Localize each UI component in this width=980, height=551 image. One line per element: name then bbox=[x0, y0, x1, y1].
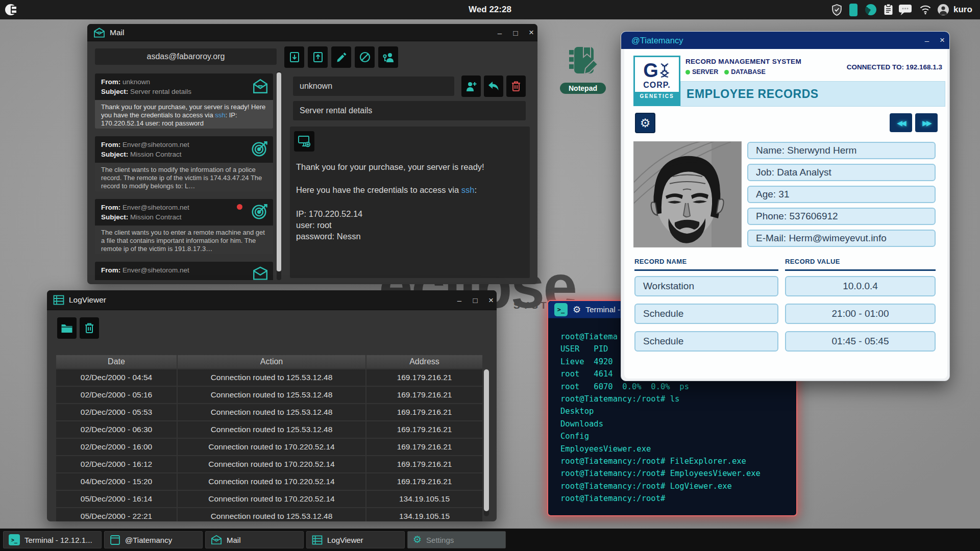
gcorp-letter: G bbox=[643, 61, 658, 80]
logviewer-window-title: LogViewer bbox=[69, 295, 106, 305]
mail-minimize-button[interactable]: – bbox=[492, 24, 507, 41]
records-window: @Tiatemancy – × G CORP. GENETICS RECORD … bbox=[621, 31, 950, 381]
mail-contacts-button[interactable] bbox=[378, 46, 398, 68]
records-minimize-button[interactable]: – bbox=[919, 32, 935, 49]
terminal-icon: >_ bbox=[554, 303, 568, 316]
mail-address-value: asdas@fabaroroy.org bbox=[147, 52, 225, 61]
reader-reply-button[interactable] bbox=[484, 76, 503, 97]
preview-text: Thank you for your purchase, your server… bbox=[101, 103, 265, 119]
taskbar-item-logviewer[interactable]: LogViewer bbox=[306, 531, 405, 548]
mail-maximize-button[interactable]: □ bbox=[508, 24, 523, 41]
record-value-header: RECORD VALUE bbox=[785, 258, 840, 265]
log-table: 02/Dec/2000 - 04:54 Connection routed to… bbox=[47, 290, 497, 521]
clock: Wed 22:28 bbox=[457, 5, 523, 15]
record-name-cell[interactable]: Schedule bbox=[634, 304, 778, 324]
from-value: unknown bbox=[122, 78, 150, 86]
terminal-window-title: Terminal - bbox=[585, 305, 620, 314]
database-status-label: DATABASE bbox=[731, 68, 766, 76]
mail-list-item[interactable]: From: Enver@sihetorom.net Subject: Missi… bbox=[95, 199, 273, 254]
field-phone[interactable]: Phone: 537606912 bbox=[747, 208, 936, 225]
record-value-cell[interactable]: 21:00 - 01:00 bbox=[785, 304, 936, 324]
os-logo-icon[interactable] bbox=[5, 3, 19, 17]
user-avatar[interactable] bbox=[938, 4, 949, 15]
field-email[interactable]: E-Mail: Herm@wimeyevut.info bbox=[747, 230, 936, 247]
trash-icon bbox=[511, 81, 521, 92]
taskbar-item-tiatemancy[interactable]: @Tiatemancy bbox=[104, 531, 203, 548]
mail-titlebar[interactable]: Mail bbox=[87, 24, 537, 41]
section-title: EMPLOYEE RECORDS bbox=[687, 87, 819, 101]
logviewer-titlebar[interactable]: LogViewer bbox=[47, 290, 497, 310]
logviewer-minimize-button[interactable]: – bbox=[452, 290, 467, 310]
mail-list-item[interactable]: From: Enver@sihetorom.net Subject: Missi… bbox=[95, 136, 273, 191]
mail-message-list: From: unknown Subject: Server rental det… bbox=[95, 71, 273, 280]
mail-block-button[interactable] bbox=[355, 46, 375, 68]
reader-from-field[interactable]: unknown bbox=[293, 77, 454, 96]
record-value-cell[interactable]: 10.0.0.4 bbox=[785, 276, 936, 296]
monitor-plus-icon bbox=[298, 135, 311, 147]
disk-usage-icon[interactable] bbox=[865, 4, 876, 15]
ssh-link[interactable]: ssh bbox=[461, 185, 475, 194]
gcorp-genetics: GENETICS bbox=[635, 92, 679, 105]
folder-icon bbox=[61, 323, 73, 333]
gcorp-logo: G CORP. GENETICS bbox=[633, 56, 680, 106]
record-value-cell[interactable]: 01:45 - 05:45 bbox=[785, 331, 936, 352]
field-age[interactable]: Age: 31 bbox=[747, 186, 936, 203]
taskbar-item-terminal[interactable]: >_ Terminal - 12.12.1... bbox=[3, 531, 102, 548]
log-column-date[interactable]: Date bbox=[56, 355, 177, 368]
reader-body-panel: Thank you for your purchase, your server… bbox=[290, 127, 530, 278]
dna-icon bbox=[659, 63, 671, 78]
username: kuro bbox=[953, 5, 972, 15]
reader-subject-field[interactable]: Server rental details bbox=[293, 101, 526, 120]
record-name-cell[interactable]: Workstation bbox=[634, 276, 778, 296]
reader-body-text: Thank you for your purchase, your server… bbox=[296, 162, 523, 242]
record-name-cell[interactable]: Schedule bbox=[634, 331, 778, 352]
mail-open-icon bbox=[252, 78, 269, 95]
tasks-icon[interactable] bbox=[884, 4, 893, 16]
field-job[interactable]: Job: Data Analyst bbox=[747, 164, 936, 181]
taskbar-item-settings[interactable]: ⚙ Settings bbox=[407, 531, 506, 548]
unread-dot bbox=[237, 204, 242, 210]
reader-delete-button[interactable] bbox=[506, 76, 526, 97]
status-indicators: SERVER DATABASE bbox=[685, 68, 766, 76]
compose-icon bbox=[336, 52, 347, 63]
next-record-button[interactable]: ▶▶ bbox=[915, 113, 938, 132]
notepad-icon bbox=[567, 46, 599, 79]
mail-list-scrollbar[interactable] bbox=[277, 71, 281, 280]
log-column-address[interactable]: Address bbox=[366, 355, 482, 368]
mail-receive-button[interactable] bbox=[284, 46, 304, 68]
top-status-bar: Wed 22:28 kuro bbox=[0, 0, 980, 19]
mail-close-button[interactable]: × bbox=[524, 24, 539, 41]
reader-from-value: unknown bbox=[300, 82, 332, 91]
logviewer-maximize-button[interactable]: □ bbox=[468, 290, 483, 310]
mail-send-button[interactable] bbox=[308, 46, 328, 68]
send-mail-icon bbox=[312, 52, 324, 63]
log-column-action[interactable]: Action bbox=[178, 355, 365, 368]
records-close-button[interactable]: × bbox=[935, 32, 950, 49]
log-open-button[interactable] bbox=[57, 317, 77, 339]
previous-record-button[interactable]: ◀◀ bbox=[890, 113, 912, 132]
wifi-icon[interactable] bbox=[919, 4, 932, 15]
reader-contact-add-button[interactable] bbox=[461, 76, 481, 97]
reader-connect-button[interactable] bbox=[294, 131, 314, 152]
subject-label: Subject: bbox=[101, 88, 128, 95]
records-titlebar[interactable]: @Tiatemancy bbox=[621, 32, 949, 49]
mail-list-item[interactable]: From: unknown Subject: Server rental det… bbox=[95, 73, 273, 129]
mail-icon bbox=[211, 535, 222, 545]
preview-text: The client wants you to enter a remote m… bbox=[101, 229, 265, 253]
battery-icon[interactable] bbox=[849, 4, 857, 16]
mail-address-field[interactable]: asdas@fabaroroy.org bbox=[95, 48, 277, 65]
log-clear-button[interactable] bbox=[80, 317, 99, 339]
notepad-desktop-icon[interactable]: Notepad bbox=[560, 46, 606, 95]
log-table-scrollbar[interactable] bbox=[484, 369, 489, 516]
chat-icon[interactable] bbox=[898, 4, 912, 16]
system-title: RECORD MANAGEMENT SYSTEM bbox=[685, 58, 801, 65]
mail-compose-button[interactable] bbox=[331, 46, 351, 68]
shield-check-icon[interactable] bbox=[831, 4, 842, 16]
field-name[interactable]: Name: Sherwynd Herm bbox=[747, 142, 936, 159]
settings-button[interactable]: ⚙ bbox=[635, 113, 655, 133]
logviewer-close-button[interactable]: × bbox=[483, 290, 499, 310]
person-add-icon bbox=[465, 81, 477, 92]
taskbar-item-mail[interactable]: Mail bbox=[205, 531, 304, 548]
terminal-icon: >_ bbox=[9, 534, 20, 545]
mail-list-item[interactable]: From: Enver@sihetorom.net bbox=[95, 262, 273, 280]
